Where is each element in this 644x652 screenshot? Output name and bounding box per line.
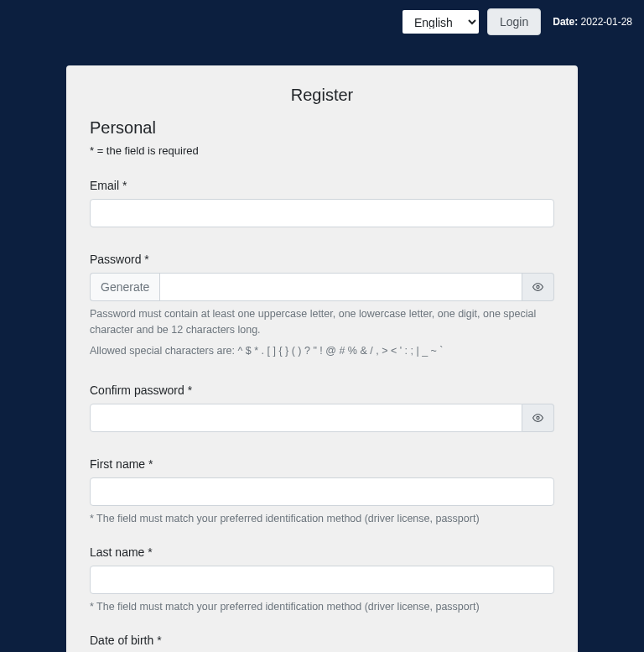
- section-title: Personal: [90, 118, 554, 138]
- toggle-password-visibility-button[interactable]: [522, 273, 554, 301]
- first-name-label: First name *: [90, 457, 554, 471]
- password-label: Password *: [90, 253, 554, 266]
- first-name-group: First name * * The field must match your…: [90, 457, 554, 527]
- svg-point-1: [537, 417, 539, 420]
- register-card: Register Personal * = the field is requi…: [66, 65, 578, 652]
- page-title: Register: [90, 86, 554, 105]
- login-button[interactable]: Login: [487, 8, 541, 35]
- confirm-password-label: Confirm password *: [90, 383, 554, 397]
- first-name-help-text: * The field must match your preferred id…: [90, 511, 554, 527]
- top-bar: English Login Date: 2022-01-28: [0, 0, 644, 44]
- required-note: * = the field is required: [90, 144, 554, 157]
- password-field[interactable]: [159, 273, 522, 301]
- dob-group: Date of birth *: [90, 634, 554, 652]
- date-display: Date: 2022-01-28: [553, 16, 632, 28]
- first-name-field[interactable]: [90, 477, 554, 506]
- email-label: Email *: [90, 179, 554, 192]
- eye-icon: [532, 280, 543, 294]
- email-field[interactable]: [90, 199, 554, 227]
- confirm-password-field[interactable]: [90, 404, 522, 432]
- eye-icon: [532, 411, 543, 425]
- generate-button[interactable]: Generate: [90, 273, 159, 301]
- toggle-confirm-password-visibility-button[interactable]: [522, 404, 554, 432]
- language-select[interactable]: English: [401, 8, 480, 35]
- email-group: Email *: [90, 179, 554, 227]
- password-help-text-2: Allowed special characters are: ^ $ * . …: [90, 343, 554, 359]
- last-name-label: Last name *: [90, 545, 554, 559]
- dob-label: Date of birth *: [90, 634, 554, 647]
- confirm-password-group: Confirm password *: [90, 383, 554, 432]
- last-name-group: Last name * * The field must match your …: [90, 545, 554, 615]
- password-help-text-1: Password must contain at least one upper…: [90, 306, 554, 338]
- last-name-field[interactable]: [90, 566, 554, 594]
- last-name-help-text: * The field must match your preferred id…: [90, 599, 554, 615]
- password-group: Password * Generate Password must contai…: [90, 253, 554, 358]
- svg-point-0: [537, 285, 539, 288]
